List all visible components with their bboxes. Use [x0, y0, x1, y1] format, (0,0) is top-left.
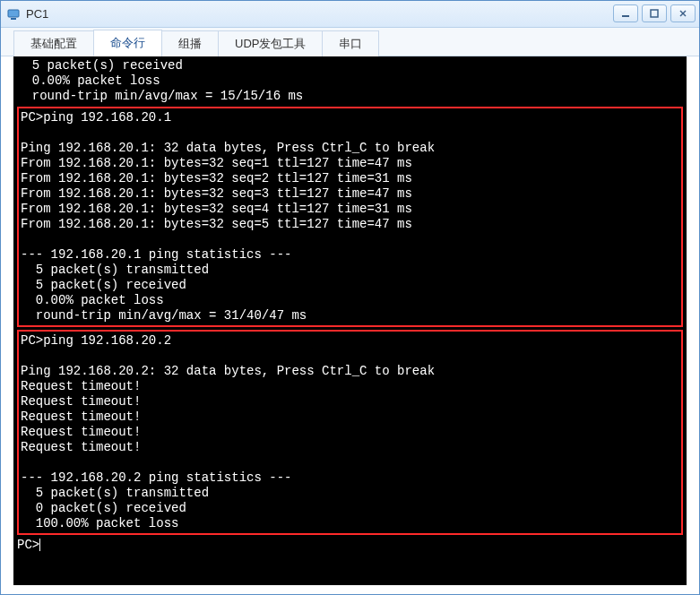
- terminal-line: 0.00% packet loss: [21, 293, 164, 307]
- svg-rect-1: [11, 18, 16, 20]
- terminal-line: 5 packet(s) received: [21, 278, 186, 292]
- terminal-line: 100.00% packet loss: [21, 516, 178, 530]
- app-window: PC1 基础配置 命令行 组播 UDP发包工具 串口 5 packet(s) r…: [0, 0, 700, 595]
- tab-udp-tool[interactable]: UDP发包工具: [218, 30, 323, 56]
- titlebar: PC1: [1, 1, 699, 28]
- terminal-line: Request timeout!: [21, 410, 141, 424]
- terminal-line: From 192.168.20.1: bytes=32 seq=5 ttl=12…: [21, 217, 412, 231]
- terminal-line: --- 192.168.20.2 ping statistics ---: [21, 470, 291, 485]
- terminal-line: Ping 192.168.20.1: 32 data bytes, Press …: [21, 141, 435, 155]
- terminal-line: PC>ping 192.168.20.1: [21, 110, 171, 125]
- terminal-line: Request timeout!: [21, 440, 141, 454]
- terminal-line: From 192.168.20.1: bytes=32 seq=4 ttl=12…: [21, 202, 412, 216]
- terminal-line: Request timeout!: [21, 425, 141, 439]
- tab-multicast[interactable]: 组播: [161, 30, 219, 56]
- close-button[interactable]: [670, 4, 696, 22]
- terminal-line: round-trip min/avg/max = 15/15/16 ms: [17, 89, 303, 103]
- terminal-line: 5 packet(s) transmitted: [21, 486, 209, 500]
- terminal-line: 5 packet(s) received: [17, 58, 183, 73]
- window-controls: [613, 4, 696, 22]
- tabbar: 基础配置 命令行 组播 UDP发包工具 串口: [1, 28, 699, 56]
- terminal-line: Ping 192.168.20.2: 32 data bytes, Press …: [21, 364, 435, 378]
- terminal-line: round-trip min/avg/max = 31/40/47 ms: [21, 308, 307, 323]
- highlight-box-ping2: PC>ping 192.168.20.2 Ping 192.168.20.2: …: [17, 330, 683, 535]
- tab-basic-config[interactable]: 基础配置: [13, 30, 94, 56]
- tab-serial[interactable]: 串口: [322, 30, 379, 56]
- terminal-line: From 192.168.20.1: bytes=32 seq=3 ttl=12…: [21, 186, 412, 201]
- terminal-line: From 192.168.20.1: bytes=32 seq=2 ttl=12…: [21, 171, 412, 185]
- tab-command-line[interactable]: 命令行: [93, 30, 162, 56]
- terminal[interactable]: 5 packet(s) received 0.00% packet loss r…: [13, 56, 687, 585]
- terminal-line: --- 192.168.20.1 ping statistics ---: [21, 247, 291, 262]
- highlight-box-ping1: PC>ping 192.168.20.1 Ping 192.168.20.1: …: [17, 107, 683, 327]
- maximize-button[interactable]: [642, 4, 667, 22]
- minimize-button[interactable]: [613, 4, 638, 22]
- terminal-line: Request timeout!: [21, 379, 141, 393]
- app-icon: [6, 7, 21, 22]
- terminal-line: Request timeout!: [21, 394, 141, 409]
- terminal-container: 5 packet(s) received 0.00% packet loss r…: [1, 56, 699, 594]
- terminal-line: 5 packet(s) transmitted: [21, 263, 209, 277]
- terminal-line: From 192.168.20.1: bytes=32 seq=1 ttl=12…: [21, 156, 412, 170]
- window-title: PC1: [26, 7, 48, 21]
- svg-rect-0: [8, 10, 19, 17]
- svg-rect-3: [651, 10, 658, 17]
- terminal-prompt: PC>: [17, 538, 39, 552]
- terminal-line: 0.00% packet loss: [17, 73, 160, 88]
- terminal-line: PC>ping 192.168.20.2: [21, 333, 171, 348]
- terminal-line: 0 packet(s) received: [21, 501, 186, 515]
- cursor-icon: [39, 539, 40, 551]
